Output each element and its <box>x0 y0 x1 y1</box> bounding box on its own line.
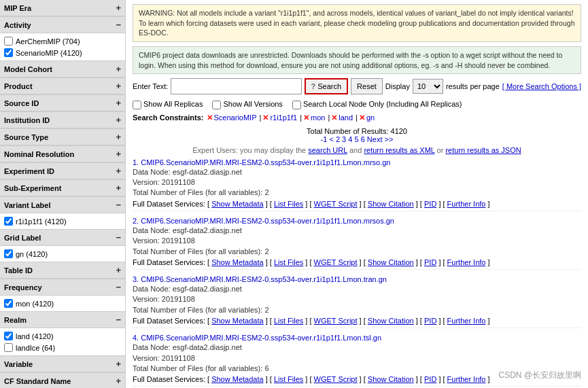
sidebar-header-cf-standard-name[interactable]: CF Standard Name + <box>0 373 125 388</box>
show-replicas-checkbox[interactable] <box>133 101 141 109</box>
sidebar-header-realm[interactable]: Realm − <box>0 312 125 328</box>
frequency-toggle-icon: − <box>116 282 121 292</box>
further-info-link-3[interactable]: Further Info <box>447 317 486 325</box>
list-files-link-2[interactable]: List Files <box>274 258 303 266</box>
remove-variant-icon[interactable]: ✕ <box>262 112 269 124</box>
sidebar-section-table-id: Table ID + <box>0 262 125 279</box>
sidebar-header-mip-era[interactable]: MIP Era + <box>0 0 125 16</box>
more-search-options-link[interactable]: [ More Search Options ] <box>502 82 581 90</box>
show-metadata-link-2[interactable]: Show Metadata <box>211 258 263 266</box>
reset-button[interactable]: Reset <box>351 78 383 94</box>
sidebar-header-sub-experiment[interactable]: Sub-Experiment + <box>0 180 125 196</box>
result-link-4[interactable]: CMIP6.ScenarioMIP.MRI.MRI-ESM2-0.ssp534-… <box>141 334 381 342</box>
mon-label: mon (4120) <box>16 300 54 308</box>
sidebar-header-activity[interactable]: Activity − <box>0 17 125 33</box>
gn-checkbox[interactable] <box>4 249 13 258</box>
remove-gn-icon[interactable]: ✕ <box>359 112 365 124</box>
table-id-toggle-icon: + <box>116 265 121 275</box>
further-info-link-1[interactable]: Further Info <box>447 200 486 208</box>
show-metadata-link-1[interactable]: Show Metadata <box>211 200 263 208</box>
remove-land-icon[interactable]: ✕ <box>331 112 337 124</box>
pagination-page-6[interactable]: 6 <box>361 135 365 143</box>
local-node-checkbox[interactable] <box>292 101 301 109</box>
wget-script-link-4[interactable]: WGET Script <box>314 375 358 383</box>
result-link-3[interactable]: CMIP6.ScenarioMIP.MRI.MRI-ESM2-0.ssp534-… <box>141 275 387 283</box>
show-versions-checkbox[interactable] <box>212 101 221 109</box>
pagination-page-5[interactable]: 5 <box>354 135 358 143</box>
realm-content: land (4120) landIce (64) <box>0 328 125 355</box>
land-checkbox[interactable] <box>4 332 13 340</box>
source-type-toggle-icon: + <box>116 132 121 142</box>
sidebar-header-nominal-resolution[interactable]: Nominal Resolution + <box>0 146 125 162</box>
further-info-link-4[interactable]: Further Info <box>447 375 486 383</box>
list-item: landIce (64) <box>4 342 121 353</box>
wget-script-link-2[interactable]: WGET Script <box>314 258 358 266</box>
local-node-label[interactable]: Search Local Node Only (Including All Re… <box>292 99 462 111</box>
show-citation-link-3[interactable]: Show Citation <box>368 317 414 325</box>
sidebar-header-product[interactable]: Product + <box>0 78 125 94</box>
pid-link-2[interactable]: PID <box>424 258 436 266</box>
list-item: AerChemMIP (704) <box>4 35 121 47</box>
constraint-mon-text: mon <box>311 112 325 124</box>
pid-link-1[interactable]: PID <box>424 200 436 208</box>
show-versions-label[interactable]: Show All Versions <box>212 99 282 111</box>
show-citation-link-2[interactable]: Show Citation <box>368 258 414 266</box>
display-select[interactable]: 10 5 20 50 100 <box>413 79 443 94</box>
pid-link-3[interactable]: PID <box>424 317 436 325</box>
pagination-page-3[interactable]: 3 <box>342 135 346 143</box>
sidebar: MIP Era + Activity − AerChemMIP (704) Sc… <box>0 0 126 388</box>
result-link-1[interactable]: CMIP6.ScenarioMIP.MRI.MRI-ESM2-0.ssp534-… <box>141 158 390 166</box>
cf-standard-name-toggle-icon: + <box>116 376 121 386</box>
local-node-text: Search Local Node Only (Including All Re… <box>303 99 462 111</box>
search-url-link[interactable]: search URL <box>308 146 347 154</box>
landice-checkbox[interactable] <box>4 343 13 352</box>
show-metadata-link-3[interactable]: Show Metadata <box>211 317 263 325</box>
search-button[interactable]: ? Search <box>305 78 349 94</box>
pagination-prev[interactable]: -1 <box>321 135 328 143</box>
sidebar-header-frequency[interactable]: Frequency − <box>0 279 125 296</box>
remove-scenariomip-icon[interactable]: ✕ <box>207 112 213 124</box>
result-number-1: 1. <box>133 158 141 166</box>
sidebar-section-cf-standard-name: CF Standard Name + <box>0 373 125 388</box>
list-files-link-3[interactable]: List Files <box>274 317 303 325</box>
list-files-link-4[interactable]: List Files <box>274 375 303 383</box>
sidebar-label-source-id: Source ID <box>4 99 39 107</box>
list-files-link-1[interactable]: List Files <box>274 200 303 208</box>
return-json-link[interactable]: return results as JSON <box>445 146 521 154</box>
result-meta-2: Data Node: esgf-data2.diasjp.net Version… <box>133 226 581 257</box>
sidebar-header-grid-label[interactable]: Grid Label − <box>0 230 125 246</box>
result-link-2[interactable]: CMIP6.ScenarioMIP.MRI.MRI-ESM2-0.ssp534-… <box>141 217 394 225</box>
sidebar-header-table-id[interactable]: Table ID + <box>0 262 125 279</box>
show-replicas-label[interactable]: Show All Replicas <box>133 99 203 111</box>
scenariomip-checkbox[interactable] <box>4 48 13 57</box>
show-citation-link-1[interactable]: Show Citation <box>368 200 414 208</box>
sidebar-section-mip-era: MIP Era + <box>0 0 125 17</box>
sidebar-header-institution-id[interactable]: Institution ID + <box>0 112 125 128</box>
pid-link-4[interactable]: PID <box>424 375 436 383</box>
pagination-page-2[interactable]: 2 <box>336 135 340 143</box>
pagination-next[interactable]: Next >> <box>367 135 394 143</box>
show-metadata-link-4[interactable]: Show Metadata <box>211 375 263 383</box>
search-input[interactable] <box>171 78 301 94</box>
further-info-link-2[interactable]: Further Info <box>447 258 486 266</box>
show-citation-link-4[interactable]: Show Citation <box>368 375 414 383</box>
sidebar-header-variable[interactable]: Variable + <box>0 356 125 372</box>
sidebar-header-source-type[interactable]: Source Type + <box>0 129 125 145</box>
list-item: r1i1p1f1 (4120) <box>4 215 121 227</box>
pagination-page-4[interactable]: 4 <box>348 135 352 143</box>
sidebar-header-variant-label[interactable]: Variant Label − <box>0 197 125 213</box>
search-constraints-label: Search Constraints: <box>133 112 204 124</box>
return-xml-link[interactable]: return results as XML <box>364 146 434 154</box>
aerchemmip-checkbox[interactable] <box>4 37 13 46</box>
sidebar-label-frequency: Frequency <box>4 283 42 292</box>
wget-script-link-1[interactable]: WGET Script <box>314 200 358 208</box>
sidebar-header-model-cohort[interactable]: Model Cohort + <box>0 61 125 77</box>
wget-script-link-3[interactable]: WGET Script <box>314 317 358 325</box>
remove-mon-icon[interactable]: ✕ <box>303 112 309 124</box>
search-button-label: Search <box>317 82 341 90</box>
sidebar-header-experiment-id[interactable]: Experiment ID + <box>0 163 125 179</box>
r1i1p1f1-checkbox[interactable] <box>4 217 13 226</box>
sidebar-section-product: Product + <box>0 78 125 95</box>
sidebar-header-source-id[interactable]: Source ID + <box>0 95 125 111</box>
mon-checkbox[interactable] <box>4 299 13 308</box>
